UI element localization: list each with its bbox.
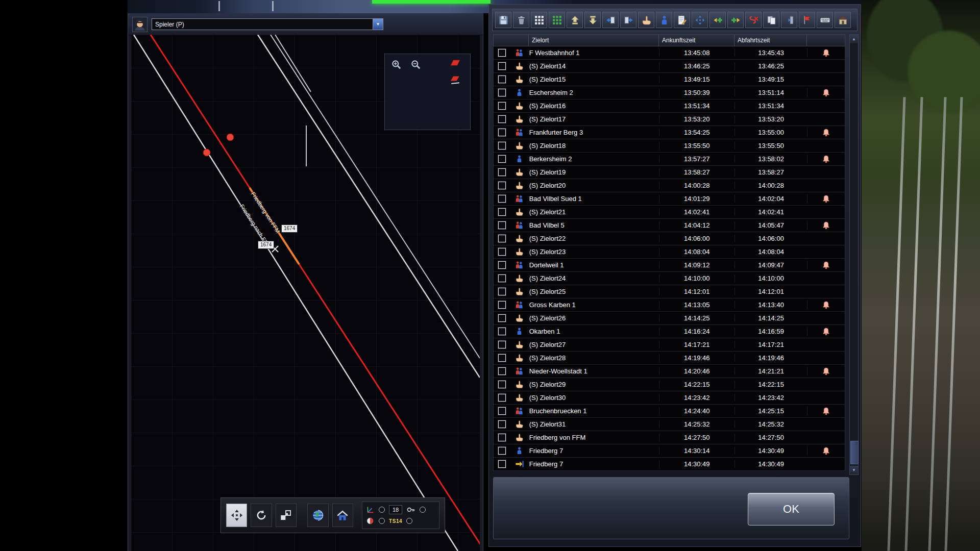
rotate-tool-button[interactable]: [251, 504, 272, 527]
row-checkbox[interactable]: [498, 420, 506, 428]
row-checkbox[interactable]: [498, 248, 506, 256]
table-row[interactable]: Gross Karben 114:13:0514:13:40: [494, 298, 845, 312]
row-checkbox[interactable]: [498, 447, 506, 455]
table-row[interactable]: (S) Zielort1513:49:1513:49:15: [494, 73, 845, 86]
row-checkbox[interactable]: [498, 381, 506, 388]
table-row[interactable]: (S) Zielort2914:22:1514:22:15: [494, 378, 845, 391]
row-checkbox[interactable]: [498, 129, 506, 136]
row-checkbox[interactable]: [498, 155, 506, 163]
remove-icon[interactable]: [745, 12, 762, 28]
row-checkbox[interactable]: [498, 221, 506, 229]
row-checkbox[interactable]: [498, 89, 506, 96]
table-row[interactable]: Bad Vilbel 514:04:1214:05:47: [494, 219, 845, 232]
row-checkbox[interactable]: [498, 288, 506, 295]
shift-left-icon[interactable]: [602, 12, 619, 28]
add-before-icon[interactable]: [709, 12, 726, 28]
table-row[interactable]: (S) Zielort3114:25:3214:25:32: [494, 418, 845, 431]
row-checkbox[interactable]: [498, 328, 506, 335]
row-checkbox[interactable]: [498, 62, 506, 70]
row-checkbox[interactable]: [498, 367, 506, 375]
chevron-down-icon[interactable]: ▼: [373, 19, 383, 30]
table-row[interactable]: (S) Zielort2014:00:2814:00:28: [494, 179, 845, 192]
knob-radio[interactable]: [379, 518, 385, 524]
eject-down-icon[interactable]: [584, 12, 601, 28]
row-checkbox[interactable]: [498, 195, 506, 203]
row-checkbox[interactable]: [498, 208, 506, 216]
table-row[interactable]: Bad Vilbel Sued 114:01:2914:02:04: [494, 192, 845, 206]
zoom-out-button[interactable]: [408, 58, 424, 71]
table-row[interactable]: Bruchenbruecken 114:24:4014:25:15: [494, 405, 845, 418]
row-checkbox[interactable]: [498, 182, 506, 189]
home-button[interactable]: [332, 504, 353, 527]
table-row[interactable]: Frankfurter Berg 313:54:2513:55:00: [494, 126, 845, 139]
table-row[interactable]: (S) Zielort1913:58:2713:58:27: [494, 166, 845, 179]
shift-right-icon[interactable]: [620, 12, 636, 28]
table-row[interactable]: (S) Zielort2514:12:0114:12:01: [494, 285, 845, 298]
row-checkbox[interactable]: [498, 49, 506, 57]
table-row[interactable]: Friedberg von FFM14:27:5014:27:50: [494, 431, 845, 444]
table-row[interactable]: (S) Zielort1613:51:3413:51:34: [494, 99, 845, 113]
row-checkbox[interactable]: [498, 460, 506, 468]
delete-icon[interactable]: [513, 12, 529, 28]
table-row[interactable]: Friedberg 714:30:1414:30:49: [494, 444, 845, 458]
row-checkbox[interactable]: [498, 301, 506, 309]
table-row[interactable]: (S) Zielort2314:08:0414:08:04: [494, 245, 845, 259]
copy-icon[interactable]: [763, 12, 779, 28]
row-checkbox[interactable]: [498, 274, 506, 282]
table-row[interactable]: (S) Zielort2714:17:2114:17:21: [494, 338, 845, 352]
table-row[interactable]: Nieder-Woellstadt 114:20:4614:21:21: [494, 365, 845, 378]
add-after-icon[interactable]: [727, 12, 744, 28]
grid-size-value[interactable]: 18: [389, 505, 402, 514]
table-row[interactable]: (S) Zielort1413:46:2513:46:25: [494, 60, 845, 73]
route-draw-button[interactable]: [444, 72, 467, 87]
row-checkbox[interactable]: [498, 341, 506, 348]
table-row[interactable]: (S) Zielort3014:23:4214:23:42: [494, 391, 845, 405]
grid-green-icon[interactable]: [549, 12, 565, 28]
table-row[interactable]: Berkersheim 213:57:2713:58:02: [494, 153, 845, 166]
globe-button[interactable]: [307, 504, 328, 527]
scrollbar-thumb[interactable]: [850, 441, 859, 464]
table-row[interactable]: F Westbahnhof 113:45:0813:45:43: [494, 46, 845, 60]
grid-icon[interactable]: [531, 12, 547, 28]
table-row[interactable]: (S) Zielort1813:55:5013:55:50: [494, 139, 845, 153]
row-checkbox[interactable]: [498, 76, 506, 83]
row-checkbox[interactable]: [498, 142, 506, 149]
shed-icon[interactable]: [835, 12, 851, 28]
passenger-icon[interactable]: [656, 12, 672, 28]
table-row[interactable]: Okarben 114:16:2414:16:59: [494, 325, 845, 338]
row-checkbox[interactable]: [498, 235, 506, 242]
hand-icon[interactable]: [638, 12, 654, 28]
waypoint-dot[interactable]: [227, 134, 234, 141]
table-row[interactable]: (S) Zielort2214:06:0014:06:00: [494, 232, 845, 245]
edit-list-icon[interactable]: [674, 12, 690, 28]
table-row[interactable]: (S) Zielort1713:53:2013:53:20: [494, 113, 845, 126]
table-row[interactable]: Dortelweil 114:09:1214:09:47: [494, 259, 845, 272]
exit-icon[interactable]: [781, 12, 797, 28]
row-checkbox[interactable]: [498, 261, 506, 269]
driver-select-dropdown[interactable]: Spieler (P) ▼: [152, 18, 383, 30]
row-checkbox[interactable]: [498, 354, 506, 362]
transform-tool-button[interactable]: [276, 504, 297, 527]
row-checkbox[interactable]: [498, 407, 506, 415]
row-checkbox[interactable]: [498, 102, 506, 110]
move-icon[interactable]: [692, 12, 708, 28]
row-checkbox[interactable]: [498, 434, 506, 441]
route-marker-button[interactable]: [444, 56, 467, 69]
keyboard-icon[interactable]: [817, 12, 833, 28]
row-checkbox[interactable]: [498, 314, 506, 322]
row-checkbox[interactable]: [498, 115, 506, 123]
flag-icon[interactable]: [799, 12, 815, 28]
zoom-in-button[interactable]: [389, 58, 404, 71]
table-row[interactable]: (S) Zielort2814:19:4614:19:46: [494, 352, 845, 365]
ts-radio[interactable]: [406, 518, 412, 524]
eject-up-icon[interactable]: [567, 12, 583, 28]
table-row[interactable]: (S) Zielort2614:14:2514:14:25: [494, 312, 845, 325]
scroll-up-button[interactable]: ▲: [850, 35, 858, 43]
route-map[interactable]: Friedberg von FFM Friedberg nach FFM 167…: [131, 35, 480, 551]
row-checkbox[interactable]: [498, 394, 506, 402]
move-tool-button[interactable]: [226, 504, 247, 527]
table-scrollbar[interactable]: ▲ ▼: [849, 34, 859, 475]
scroll-down-button[interactable]: ▼: [850, 466, 858, 474]
waypoint-dot[interactable]: [203, 149, 210, 156]
gizmo-radio[interactable]: [379, 507, 385, 513]
